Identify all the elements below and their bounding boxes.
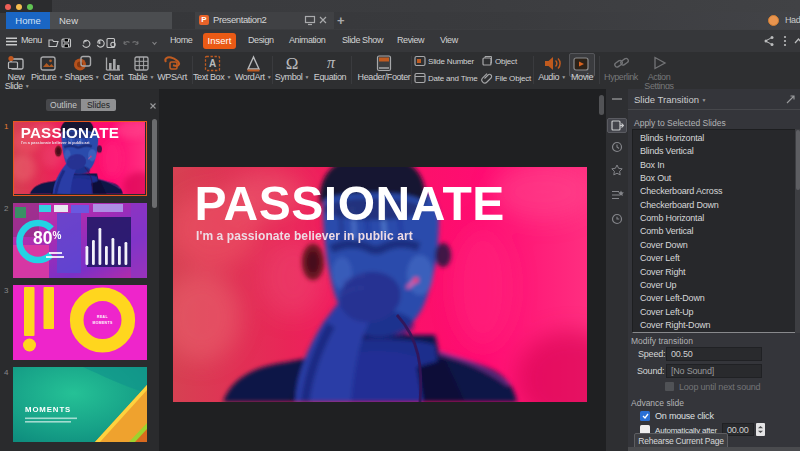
- svg-text:A: A: [209, 58, 216, 69]
- svg-text:MOMENTS: MOMENTS: [25, 405, 71, 414]
- svg-text:MOMENTS: MOMENTS: [92, 321, 112, 325]
- svg-text:π: π: [327, 54, 336, 71]
- svg-text:REAL: REAL: [97, 315, 108, 319]
- svg-text:Ω: Ω: [286, 54, 299, 72]
